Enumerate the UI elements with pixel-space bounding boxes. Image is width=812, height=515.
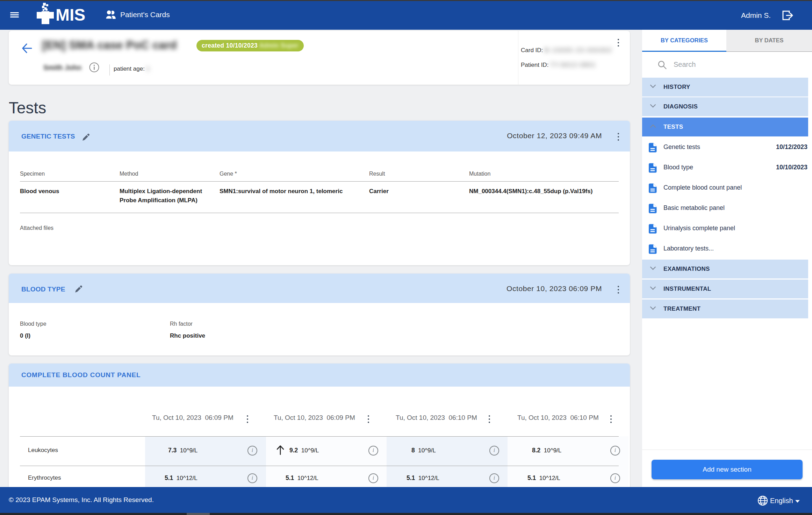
svg-text:MIS: MIS [56, 6, 85, 24]
